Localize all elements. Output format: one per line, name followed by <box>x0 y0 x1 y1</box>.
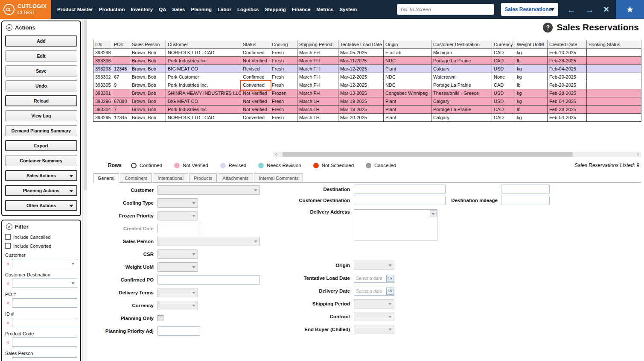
other-actions-dropdown-button[interactable]: Other Actions <box>5 200 77 211</box>
destination-input[interactable] <box>354 185 446 194</box>
destination-extra-input[interactable] <box>501 185 550 194</box>
nav-item-metrics[interactable]: Metrics <box>316 6 334 13</box>
scrollbar-thumb[interactable] <box>283 152 573 157</box>
edit-button[interactable]: Edit <box>5 50 77 62</box>
cooling-type-select[interactable] <box>157 198 198 208</box>
include-cancelled-checkbox[interactable] <box>5 234 11 240</box>
col-header-weight-uofm[interactable]: Weight UofM <box>515 40 548 49</box>
grid-row-393305[interactable]: 3933059Brown, BobPork Industries Inc.Con… <box>93 81 641 89</box>
customer-destination-filter-select[interactable] <box>12 279 77 288</box>
export-button[interactable]: Export <box>5 140 77 151</box>
grid-row-393302[interactable]: 39330267Brown, BobPork CustomerConfirmed… <box>93 73 641 81</box>
grid-row-393304[interactable]: 3933047Brown, BobPork Industries Inc.Not… <box>93 106 641 114</box>
container-summary-button[interactable]: Container Summary <box>5 155 77 166</box>
view-log-button[interactable]: View Log <box>5 110 77 121</box>
weight-uom-select[interactable] <box>157 262 198 272</box>
col-header-origin[interactable]: Origin <box>384 40 431 49</box>
tab-general[interactable]: General <box>93 173 119 183</box>
col-header-customer-destintation[interactable]: Customer Destintation <box>431 40 492 49</box>
tab-attachments[interactable]: Attachments <box>218 173 253 182</box>
id-filter-input[interactable] <box>12 318 77 327</box>
close-screen-icon[interactable]: × <box>603 5 609 14</box>
col-header-shipping-period[interactable]: Shipping Period <box>297 40 338 49</box>
nav-item-product-master[interactable]: Product Master <box>57 6 93 13</box>
grid-row-393293[interactable]: 39329312345Brown, BobBIG MEAT CORevisedF… <box>93 65 641 73</box>
col-header-cooling[interactable]: Cooling <box>270 40 297 49</box>
tab-international[interactable]: International <box>153 173 188 182</box>
collapse-panel-icon[interactable]: ^ <box>6 24 12 31</box>
grid-row-393306[interactable]: 393306Brown, BobPork Industries Inc.Not … <box>93 57 641 65</box>
help-icon[interactable]: ? <box>543 23 553 32</box>
delivery-date-input[interactable]: Select a date 15 <box>354 287 394 296</box>
customer-filter-select[interactable] <box>12 259 77 268</box>
calendar-icon[interactable]: 15 <box>386 275 393 282</box>
created-date-input[interactable] <box>157 224 200 233</box>
origin-select[interactable] <box>354 261 394 270</box>
collapse-panel-icon[interactable]: ^ <box>6 223 12 230</box>
nav-item-qa[interactable]: QA <box>158 6 166 13</box>
col-header-po[interactable]: PO# <box>112 40 130 49</box>
reload-button[interactable]: Reload <box>5 95 77 106</box>
tab-containers[interactable]: Containers <box>120 173 152 182</box>
sales-person-select[interactable] <box>157 237 260 246</box>
col-header-currency[interactable]: Currency <box>492 40 515 49</box>
col-header-created-date[interactable]: Created Date <box>548 40 587 49</box>
address-dropdown-button[interactable] <box>430 210 437 217</box>
nav-item-shipping[interactable]: Shipping <box>265 6 286 13</box>
planning-only-checkbox[interactable] <box>157 315 163 321</box>
col-header-status[interactable]: Status <box>241 40 270 49</box>
tab-products[interactable]: Products <box>189 173 217 182</box>
clear-filter-icon[interactable]: × <box>5 339 11 346</box>
grid-row-393298[interactable]: 393298Brown, BobNORFOLK LTD - CADConfirm… <box>93 49 641 57</box>
frozen-priority-select[interactable] <box>157 211 198 220</box>
save-button[interactable]: Save <box>5 65 77 76</box>
sidebar-scrollbar-thumb[interactable] <box>84 20 87 191</box>
undo-button[interactable]: Undo <box>5 80 77 91</box>
sidebar-scrollbar[interactable] <box>82 19 87 361</box>
actions-panel-header[interactable]: ^ Actions <box>5 23 77 32</box>
col-header-tentative-load-date[interactable]: Tentative Load Date <box>338 40 384 49</box>
go-to-screen-input[interactable] <box>397 4 494 15</box>
nav-item-logistics[interactable]: Logistics <box>237 6 259 13</box>
delivery-terms-select[interactable] <box>157 288 198 297</box>
nav-item-sales[interactable]: Sales <box>172 6 185 13</box>
destination-mileage-input[interactable] <box>501 196 550 205</box>
scroll-left-icon[interactable]: ‹ <box>273 152 279 157</box>
end-buyer-chilled-select[interactable] <box>354 325 394 334</box>
col-header-booking-status[interactable]: Booking Status <box>587 40 641 49</box>
demand-planning-summary-button[interactable]: Demand Planning Summary <box>5 125 77 136</box>
nav-item-production[interactable]: Production <box>99 6 125 13</box>
nav-item-labor[interactable]: Labor <box>217 6 232 13</box>
planning-priority-adj-input[interactable] <box>157 326 200 336</box>
customer-destination-input[interactable] <box>354 196 446 205</box>
csr-select[interactable] <box>157 249 198 259</box>
contract-select[interactable] <box>354 312 394 321</box>
col-header-sales-person[interactable]: Sales Person <box>130 40 166 49</box>
screen-selector-dropdown[interactable]: Sales Reservations <box>501 3 558 16</box>
forward-arrow-icon[interactable]: → <box>585 5 594 14</box>
clear-filter-icon[interactable]: × <box>5 320 11 326</box>
nav-item-inventory[interactable]: Inventory <box>130 6 153 13</box>
scrollbar-track[interactable] <box>279 152 635 157</box>
customer-select[interactable] <box>157 185 260 195</box>
product-code-filter-input[interactable] <box>12 338 77 347</box>
clear-filter-icon[interactable]: × <box>5 261 11 267</box>
tab-internal-comments[interactable]: Internal Comments <box>254 173 303 182</box>
nav-item-planning[interactable]: Planning <box>191 6 213 13</box>
col-header-id[interactable]: ID# <box>93 40 112 49</box>
sales-person-filter-select[interactable] <box>12 357 77 361</box>
clear-filter-icon[interactable]: × <box>5 359 11 361</box>
currency-select[interactable] <box>157 301 198 310</box>
confirmed-po-input[interactable] <box>157 275 260 285</box>
tentative-load-date-input[interactable]: Select a date 15 <box>354 274 394 283</box>
back-arrow-icon[interactable]: ← <box>567 5 576 14</box>
nav-item-system[interactable]: System <box>339 6 357 13</box>
grid-row-393301[interactable]: 393301Brown, BobSHINRA HEAVY INDUSTRIES … <box>93 89 641 97</box>
grid-row-393296[interactable]: 39329667890Brown, BobBIG MEAT CONot Veri… <box>93 97 641 106</box>
clear-filter-icon[interactable]: × <box>5 300 11 306</box>
filter-panel-header[interactable]: ^ Filter <box>5 223 77 231</box>
shipping-period-select[interactable] <box>354 299 394 308</box>
grid-horizontal-scrollbar[interactable]: ‹ › <box>273 152 641 157</box>
col-header-customer[interactable]: Customer <box>166 40 241 49</box>
grid-row-393295[interactable]: 39329512345Brown, BobNORFOLK LTD - CADCo… <box>93 114 641 122</box>
